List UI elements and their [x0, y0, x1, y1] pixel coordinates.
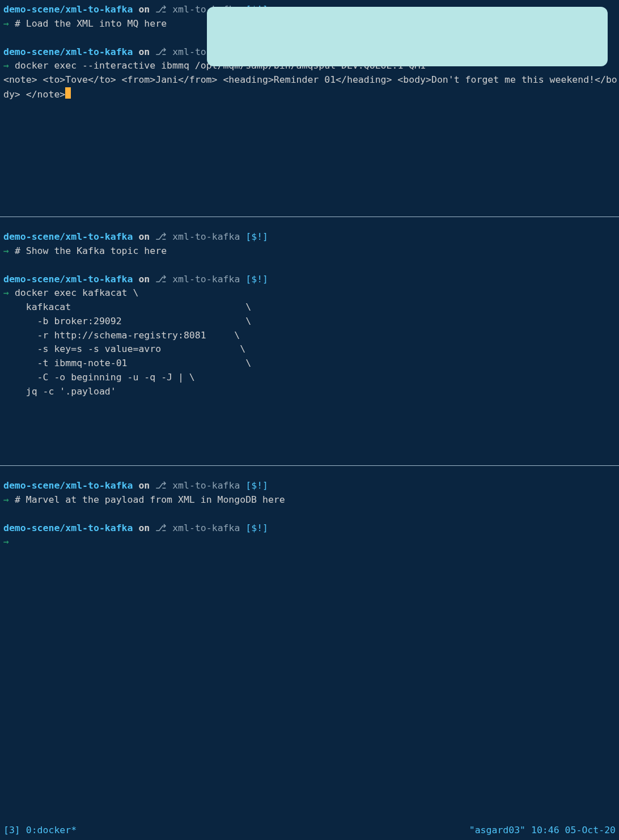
prompt-on: on	[133, 523, 155, 533]
prompt-path: demo-scene/xml-to-kafka	[3, 231, 133, 242]
comment-text: # Marvel at the payload from XML in Mong…	[15, 494, 285, 505]
git-branch-icon: ⎇	[155, 480, 167, 491]
command-continuation: -s key=s -s value=avro \	[3, 342, 619, 357]
prompt-arrow-icon: →	[3, 18, 15, 29]
prompt-line: demo-scene/xml-to-kafka on ⎇ xml-to-kafk…	[3, 230, 619, 244]
command-continuation: -t ibmmq-note-01 \	[3, 357, 619, 371]
command-line: → docker exec kafkacat \	[3, 286, 619, 300]
command-continuation: kafkacat \	[3, 300, 619, 315]
prompt-on: on	[133, 46, 155, 57]
prompt-flags: [$!]	[245, 231, 268, 242]
prompt-path: demo-scene/xml-to-kafka	[3, 4, 133, 15]
command-line: →	[3, 535, 619, 549]
prompt-arrow-icon: →	[3, 60, 15, 71]
tmux-pane-2[interactable]: demo-scene/xml-to-kafka on ⎇ xml-to-kafk…	[0, 217, 619, 465]
prompt-branch: xml-to-kafka	[167, 274, 245, 285]
prompt-path: demo-scene/xml-to-kafka	[3, 523, 133, 533]
prompt-line: demo-scene/xml-to-kafka on ⎇ xml-to-kafk…	[3, 479, 619, 493]
prompt-path: demo-scene/xml-to-kafka	[3, 480, 133, 491]
statusbar-left: [3] 0:docker*	[3, 824, 77, 838]
xml-payload: <note> <to>Tove</to> <from>Jani</from> <…	[3, 74, 617, 100]
prompt-path: demo-scene/xml-to-kafka	[3, 274, 133, 285]
prompt-on: on	[133, 4, 155, 15]
git-branch-icon: ⎇	[155, 231, 167, 242]
command-line: → # Marvel at the payload from XML in Mo…	[3, 493, 619, 507]
prompt-flags: [$!]	[245, 523, 268, 533]
comment-text: # Load the XML into MQ here	[15, 18, 167, 29]
prompt-branch: xml-to-kafka	[167, 480, 245, 491]
command-text: docker exec kafkacat \	[15, 287, 139, 298]
command-continuation: jq -c '.payload'	[3, 385, 619, 399]
prompt-line: demo-scene/xml-to-kafka on ⎇ xml-to-kafk…	[3, 273, 619, 287]
prompt-on: on	[133, 480, 155, 491]
terminal-cursor	[65, 87, 71, 99]
comment-text: # Show the Kafka topic here	[15, 245, 167, 256]
git-branch-icon: ⎇	[155, 46, 167, 57]
command-continuation: -C -o beginning -u -q -J | \	[3, 371, 619, 385]
command-output: <note> <to>Tove</to> <from>Jani</from> <…	[3, 73, 619, 102]
command-continuation: -r http://schema-registry:8081 \	[3, 329, 619, 343]
prompt-flags: [$!]	[245, 480, 268, 491]
prompt-arrow-icon: →	[3, 287, 15, 298]
prompt-path: demo-scene/xml-to-kafka	[3, 46, 133, 57]
statusbar-right: "asgard03" 10:46 05-Oct-20	[469, 824, 616, 838]
prompt-line: demo-scene/xml-to-kafka on ⎇ xml-to-kafk…	[3, 521, 619, 536]
prompt-arrow-icon: →	[3, 494, 15, 505]
git-branch-icon: ⎇	[155, 4, 167, 15]
prompt-arrow-icon: →	[3, 245, 15, 256]
command-continuation: -b broker:29092 \	[3, 315, 619, 329]
prompt-on: on	[133, 274, 155, 285]
prompt-branch: xml-to-kafka	[167, 231, 245, 242]
webcam-overlay	[207, 7, 608, 66]
prompt-branch: xml-to-kafka	[167, 523, 245, 533]
prompt-arrow-icon: →	[3, 536, 15, 547]
prompt-on: on	[133, 231, 155, 242]
git-branch-icon: ⎇	[155, 523, 167, 533]
git-branch-icon: ⎇	[155, 274, 167, 285]
prompt-flags: [$!]	[245, 274, 268, 285]
command-line: → # Show the Kafka topic here	[3, 244, 619, 258]
tmux-pane-3[interactable]: demo-scene/xml-to-kafka on ⎇ xml-to-kafk…	[0, 466, 619, 709]
tmux-statusbar: [3] 0:docker* "asgard03" 10:46 05-Oct-20	[0, 822, 619, 840]
